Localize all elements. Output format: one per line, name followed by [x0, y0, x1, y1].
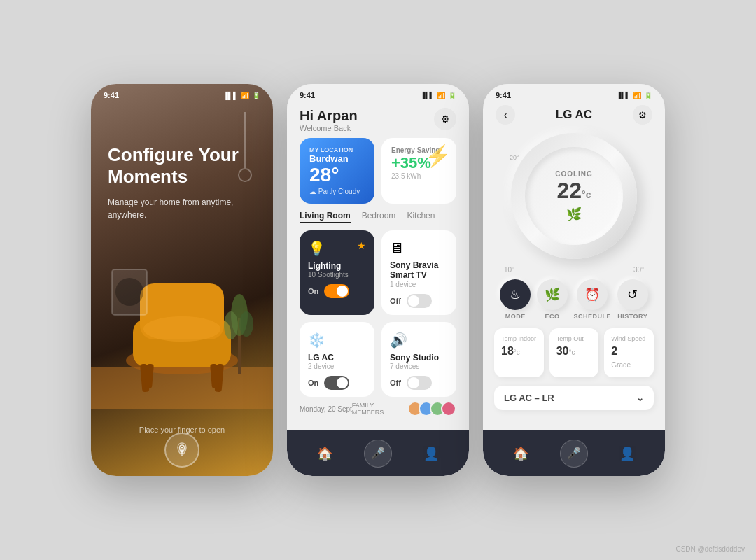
header-2: Hi Arpan Welcome Back ⚙: [287, 102, 469, 138]
mode-btn-history[interactable]: ↺ HISTORY: [617, 279, 648, 320]
mode-icon-history: ↺: [617, 279, 648, 310]
mode-icon-heat: ♨: [500, 279, 531, 310]
nav-home-3[interactable]: 🏠: [513, 446, 528, 461]
back-button[interactable]: ‹: [496, 105, 515, 125]
mode-btn-schedule[interactable]: ⏰ SCHEDULE: [574, 279, 612, 320]
status-bar-2: 9:41 ▐▌▌ 📶 🔋: [287, 84, 469, 102]
temperature: 28°: [309, 164, 365, 186]
temp-max: 30°: [634, 266, 644, 274]
status-icons-2: ▐▌▌ 📶 🔋: [421, 92, 456, 99]
nav-profile-3[interactable]: 👤: [620, 446, 635, 461]
stat-card-outdoor: Temp Out 30°c: [550, 328, 599, 377]
stat-card-indoor: Temp Indoor 18°c: [494, 328, 544, 377]
greeting-area: Hi Arpan Welcome Back: [300, 108, 358, 132]
stat-value-wind: 2Grade: [611, 345, 647, 370]
stat-value-indoor: 18°c: [501, 345, 537, 358]
tv-state: Off: [390, 297, 401, 305]
tv-toggle[interactable]: [407, 294, 432, 308]
tv-toggle-row: Off: [390, 294, 448, 308]
studio-name: Sony Studio: [390, 353, 448, 363]
top-nav-3: ‹ LG AC ⚙: [483, 102, 665, 130]
stats-row: Temp Indoor 18°c Temp Out 30°c Wind Spee…: [483, 326, 665, 380]
room-tab-bedroom[interactable]: Bedroom: [362, 211, 396, 223]
mic-button-2[interactable]: 🎤: [364, 440, 392, 468]
device-card-tv: 🖥 Sony Bravia Smart TV 1 device Off: [382, 230, 456, 315]
svg-point-8: [144, 316, 220, 342]
dial-unit: °c: [582, 189, 591, 200]
stat-label-wind: Wind Speed: [611, 335, 647, 342]
device-select-label: LG AC – LR: [504, 393, 554, 403]
hero-subtitle: Manage your home from anytime, anywhere.: [108, 196, 256, 221]
studio-sub: 7 devices: [390, 363, 448, 370]
mode-btn-eco[interactable]: 🌿 ECO: [537, 279, 568, 320]
stat-value-outdoor: 30°c: [556, 345, 592, 358]
weather-condition: ☁ Partly Cloudy: [309, 188, 365, 195]
avatar-4: [441, 401, 456, 416]
bolt-icon: ⚡: [425, 144, 451, 168]
status-icons-3: ▐▌▌ 📶 🔋: [617, 92, 652, 99]
ac-name: LG AC: [308, 353, 366, 363]
nav-profile-2[interactable]: 👤: [424, 446, 439, 461]
dial-outer: COOLING 22°c 🌿: [511, 133, 637, 259]
mode-row: ♨ MODE 🌿 ECO ⏰ SCHEDULE ↺ HISTORY: [483, 274, 665, 326]
signal-icon-2: ▐▌▌: [421, 92, 434, 99]
stat-label-outdoor: Temp Out: [556, 335, 592, 342]
date-label: Monday, 20 Sept: [300, 405, 352, 413]
room-tab-living[interactable]: Living Room: [300, 211, 351, 223]
room-tab-kitchen[interactable]: Kitchen: [407, 211, 435, 223]
nav-home-2[interactable]: 🏠: [317, 446, 332, 461]
mic-button-3[interactable]: 🎤: [560, 440, 588, 468]
temp-side-label: 20°: [510, 154, 519, 161]
svg-point-12: [239, 312, 253, 337]
battery-icon-2: 🔋: [448, 92, 456, 99]
dial-area: COOLING 22°c 🌿 20°: [483, 130, 665, 266]
studio-icon: 🔊: [390, 332, 448, 349]
mic-icon-2: 🎤: [371, 447, 385, 460]
stat-card-wind: Wind Speed 2Grade: [604, 328, 654, 377]
mode-label-schedule: SCHEDULE: [574, 313, 612, 320]
dial-inner: COOLING 22°c 🌿: [525, 147, 623, 245]
settings-button-3[interactable]: ⚙: [633, 105, 652, 125]
bottom-info: Monday, 20 Sept FAMILY MEMBERS: [287, 397, 469, 421]
phone-3: 9:41 ▐▌▌ 📶 🔋 ‹ LG AC ⚙: [483, 84, 665, 476]
settings-button-2[interactable]: ⚙: [434, 108, 456, 130]
wifi-icon-2: 📶: [437, 92, 445, 99]
tv-icon: 🖥: [390, 240, 448, 256]
chevron-down-icon: ⌄: [636, 393, 644, 403]
time-3: 9:41: [496, 91, 511, 99]
weather-card: My Location Burdwan 28° ☁ Partly Cloudy: [300, 138, 374, 204]
device-select[interactable]: LG AC – LR ⌄: [494, 386, 654, 410]
signal-icon-3: ▐▌▌: [617, 92, 630, 99]
mode-label-mode: MODE: [505, 313, 526, 320]
status-bar-1: 9:41 ▐▌▌ 📶 🔋: [91, 84, 273, 102]
ac-toggle[interactable]: [324, 376, 349, 390]
temp-min: 10°: [504, 266, 514, 274]
location-name: Burdwan: [309, 153, 365, 164]
dial-temp: 22: [557, 178, 582, 203]
greeting-name: Hi Arpan: [300, 108, 358, 124]
weather-row: My Location Burdwan 28° ☁ Partly Cloudy …: [287, 138, 469, 211]
fingerprint-button[interactable]: [164, 433, 200, 468]
mode-btn-mode[interactable]: ♨ MODE: [500, 279, 531, 320]
energy-sub: 23.5 kWh: [391, 172, 447, 180]
lighting-name: Lighting: [308, 261, 366, 271]
lighting-sub: 10 Spotlights: [308, 271, 366, 279]
dial-container[interactable]: COOLING 22°c 🌿 20°: [511, 133, 637, 259]
wifi-icon-3: 📶: [633, 92, 641, 99]
stat-label-indoor: Temp Indoor: [501, 335, 537, 342]
energy-card: ⚡ Energy Saving +35% 23.5 kWh: [382, 138, 456, 204]
device-grid: ★ 💡 Lighting 10 Spotlights On 🖥 Sony Bra…: [287, 230, 469, 397]
dial-temp-display: 22°c: [557, 178, 592, 204]
ac-icon: ❄️: [308, 332, 366, 349]
time-1: 9:41: [104, 91, 119, 99]
phones-container: 9:41 ▐▌▌ 📶 🔋 Configure Your Moments Mana…: [77, 70, 679, 490]
svg-point-11: [224, 312, 238, 340]
studio-state: Off: [390, 379, 401, 387]
watermark: CSDN @defdsddddev: [676, 545, 745, 553]
lighting-toggle[interactable]: [324, 284, 349, 298]
studio-toggle[interactable]: [407, 376, 432, 390]
ac-sub: 2 device: [308, 363, 366, 370]
device-card-ac: ❄️ LG AC 2 device On: [300, 322, 374, 397]
svg-point-14: [115, 278, 144, 306]
battery-icon-3: 🔋: [644, 92, 652, 99]
